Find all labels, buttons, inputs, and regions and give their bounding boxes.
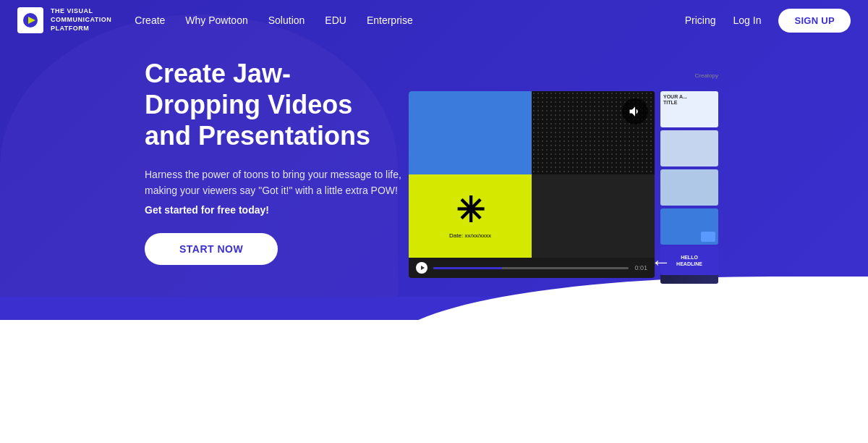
volume-svg [628, 104, 642, 119]
progress-fill [433, 267, 502, 269]
nav-pricing[interactable]: Pricing [685, 14, 716, 26]
progress-bar[interactable] [433, 267, 629, 269]
hello-headline-text: HELLO HEADLINE [676, 254, 702, 267]
preview-panel: Creatopy ✳ Date: xx/xx/xxxx 0:01 → HELLO… [409, 51, 727, 268]
nav-why-powtoon[interactable]: Why Powtoon [185, 14, 247, 26]
start-now-button[interactable]: START NOW [145, 233, 278, 265]
time-display: 0:01 [634, 264, 647, 271]
nav-create[interactable]: Create [135, 14, 165, 26]
arrow-pointer: → [651, 252, 671, 275]
thumbnail-1[interactable]: YOUR A...TITLE [660, 91, 718, 127]
nav-solution[interactable]: Solution [268, 14, 305, 26]
signup-button[interactable]: SIGN UP [778, 9, 851, 33]
hero-content: Create Jaw-Dropping Videos and Presentat… [145, 58, 405, 265]
thumbnail-3[interactable] [660, 169, 718, 206]
preview-cell-dark [532, 174, 655, 258]
thumbnail-4[interactable] [660, 208, 718, 245]
thumbnail-2[interactable] [660, 130, 718, 166]
logo[interactable]: THE VISUAL COMMUNICATION PLATFORM [17, 7, 111, 33]
white-bottom-section [0, 320, 868, 443]
logo-tagline: THE VISUAL COMMUNICATION PLATFORM [51, 7, 111, 33]
preview-main-window: ✳ Date: xx/xx/xxxx [409, 91, 655, 258]
hero-subtitle: Harness the power of toons to bring your… [145, 166, 405, 199]
nav-enterprise[interactable]: Enterprise [367, 14, 413, 26]
preview-cell-blue [409, 91, 532, 174]
preview-grid: ✳ Date: xx/xx/xxxx [409, 91, 655, 258]
asterisk-symbol: ✳ [456, 193, 485, 228]
nav-right: Pricing Log In SIGN UP [685, 9, 851, 33]
powtoon-logo-svg [20, 10, 41, 30]
logo-icon [17, 7, 43, 33]
navbar: THE VISUAL COMMUNICATION PLATFORM Create… [0, 0, 868, 41]
nav-links: Create Why Powtoon Solution EDU Enterpri… [135, 14, 684, 26]
preview-playback-bar[interactable]: 0:01 [409, 258, 655, 278]
hero-cta-text: Get started for free today! [145, 204, 405, 216]
preview-cell-yellow: ✳ Date: xx/xx/xxxx [409, 174, 532, 258]
date-text: Date: xx/xx/xxxx [449, 232, 491, 239]
nav-edu[interactable]: EDU [325, 14, 346, 26]
hero-title: Create Jaw-Dropping Videos and Presentat… [145, 58, 405, 152]
thumb-1-text: YOUR A...TITLE [663, 94, 687, 106]
volume-icon[interactable] [622, 98, 648, 125]
preview-label: Creatopy [660, 72, 718, 79]
play-button[interactable] [416, 262, 427, 274]
nav-login[interactable]: Log In [733, 14, 762, 26]
